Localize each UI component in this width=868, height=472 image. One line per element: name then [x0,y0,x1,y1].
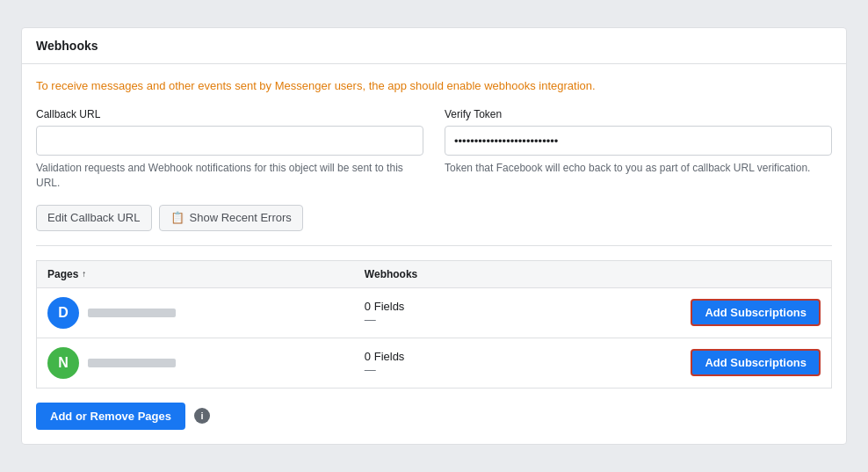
avatar-0: D [47,297,79,329]
pages-column-header: Pages ↑ [37,260,354,287]
info-text: To receive messages and other events sen… [36,78,832,94]
add-remove-pages-button[interactable]: Add or Remove Pages [36,403,185,430]
edit-callback-button[interactable]: Edit Callback URL [36,205,152,231]
actions-column-header [511,260,832,287]
add-remove-pages-label: Add or Remove Pages [50,410,171,423]
callback-url-label: Callback URL [36,108,423,120]
page-name-1 [88,359,176,367]
callback-url-input[interactable] [36,126,423,156]
pages-column-label: Pages [47,268,78,280]
page-info-0: D [47,297,344,329]
action-cell-0: Add Subscriptions [511,287,832,338]
webhooks-column-label: Webhooks [365,268,417,280]
page-info-1: N [47,347,344,379]
verify-token-input[interactable] [445,126,832,156]
webhooks-column-header: Webhooks [354,260,511,287]
clipboard-icon: 📋 [170,211,184,224]
callback-url-helper: Validation requests and Webhook notifica… [36,161,423,191]
table-row: N 0 Fields — Add Subscriptions [37,338,832,388]
webhooks-cell-1: 0 Fields — [354,338,511,388]
callback-url-group: Callback URL Validation requests and Web… [36,108,423,191]
action-cell-1: Add Subscriptions [511,338,832,388]
verify-token-helper: Token that Facebook will echo back to yo… [445,161,832,176]
fields-count-0: 0 Fields [365,300,501,313]
bottom-actions: Add or Remove Pages i [36,403,832,430]
verify-token-group: Verify Token Token that Facebook will ec… [445,108,832,191]
panel-title: Webhooks [22,28,846,64]
info-icon-label: i [200,410,203,421]
page-name-0 [88,309,176,317]
pages-table-section: Pages ↑ Webhooks D [36,260,832,388]
webhook-dash-0: — [365,313,501,326]
fields-count-1: 0 Fields [365,350,501,363]
webhooks-cell-0: 0 Fields — [354,287,511,338]
add-subscriptions-button-0[interactable]: Add Subscriptions [691,299,821,326]
sort-icon: ↑ [82,269,86,279]
page-cell-1: N [37,338,354,388]
action-buttons: Edit Callback URL 📋 Show Recent Errors [36,205,832,246]
edit-callback-label: Edit Callback URL [47,211,141,224]
webhooks-panel: Webhooks To receive messages and other e… [21,27,847,445]
info-icon[interactable]: i [194,408,210,424]
add-subscriptions-button-1[interactable]: Add Subscriptions [691,349,821,376]
show-errors-label: Show Recent Errors [190,211,292,224]
verify-token-label: Verify Token [445,108,832,120]
avatar-1: N [47,347,79,379]
webhook-dash-1: — [365,363,501,376]
pages-table: Pages ↑ Webhooks D [36,260,832,388]
table-row: D 0 Fields — Add Subscriptions [37,287,832,338]
page-cell-0: D [37,287,354,338]
show-errors-button[interactable]: 📋 Show Recent Errors [159,205,303,231]
form-row: Callback URL Validation requests and Web… [36,108,832,191]
